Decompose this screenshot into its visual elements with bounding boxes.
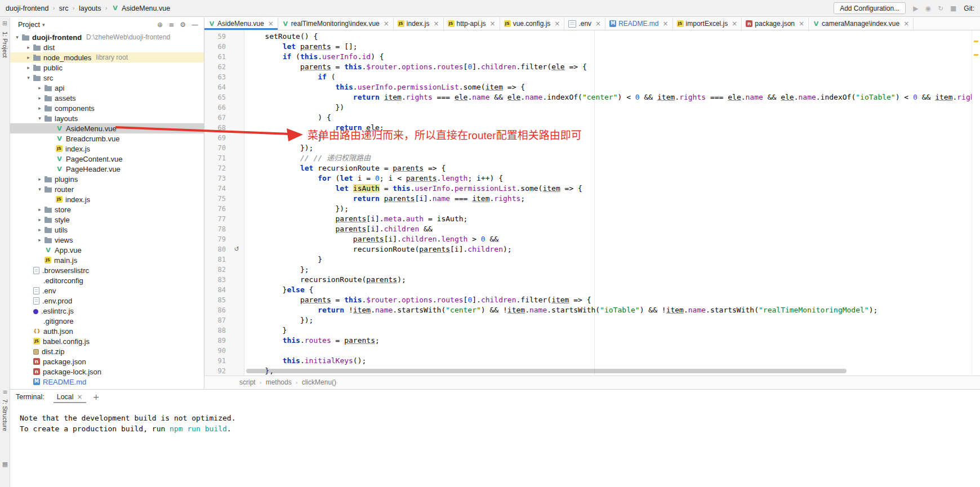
close-icon[interactable]: × bbox=[268, 20, 274, 27]
editor-tab[interactable]: JSindex.js× bbox=[394, 17, 444, 30]
chevron-icon[interactable]: ▸ bbox=[25, 65, 32, 70]
tree-item--env-prod[interactable]: .env.prod bbox=[10, 296, 204, 306]
chevron-icon[interactable]: ▸ bbox=[36, 217, 43, 222]
close-icon[interactable]: × bbox=[384, 20, 389, 27]
tree-item-main-js[interactable]: JSmain.js bbox=[10, 255, 204, 265]
editor-tab[interactable]: VcameraManage\index.vue× bbox=[809, 17, 914, 30]
stripe-project-button[interactable]: 1: Project bbox=[2, 32, 8, 57]
hide-icon[interactable]: — bbox=[191, 21, 198, 29]
chevron-icon[interactable]: ▸ bbox=[36, 105, 43, 111]
project-tree[interactable]: ▾duoji-frontendD:\zheheWeb\duoji-fronten… bbox=[10, 32, 204, 388]
editor-tab[interactable]: npackage.json× bbox=[742, 17, 809, 30]
chevron-icon[interactable]: ▸ bbox=[25, 55, 32, 60]
tree-item-auth-json[interactable]: {}auth.json bbox=[10, 326, 204, 336]
tree-item-duoji-frontend[interactable]: ▾duoji-frontendD:\zheheWeb\duoji-fronten… bbox=[10, 32, 204, 42]
editor-tab[interactable]: .env× bbox=[564, 17, 605, 30]
tree-item-pagecontent-vue[interactable]: VPageContent.vue bbox=[10, 154, 204, 164]
debug-icon[interactable]: ◉ bbox=[925, 5, 930, 12]
tree-item-assets[interactable]: ▸assets bbox=[10, 93, 204, 103]
project-panel-title[interactable]: Project bbox=[18, 21, 40, 29]
chevron-icon[interactable]: ▸ bbox=[36, 85, 43, 91]
breadcrumb-item[interactable]: src bbox=[58, 5, 70, 12]
new-terminal-button[interactable]: + bbox=[93, 392, 100, 401]
tree-item-layouts[interactable]: ▾layouts bbox=[10, 113, 204, 123]
close-icon[interactable]: × bbox=[663, 20, 669, 27]
tree-item-utils[interactable]: ▸utils bbox=[10, 225, 204, 235]
breadcrumb-item[interactable]: layouts bbox=[78, 5, 103, 12]
terminal-tab-local[interactable]: Local × bbox=[54, 391, 86, 403]
editor-tab[interactable]: MREADME.md× bbox=[605, 17, 672, 30]
tree-item-babel-config-js[interactable]: JSbabel.config.js bbox=[10, 336, 204, 346]
collapse-all-icon[interactable]: ≡ bbox=[168, 21, 174, 29]
tree-item-dist-zip[interactable]: dist.zip bbox=[10, 346, 204, 356]
horizontal-scrollbar[interactable] bbox=[246, 369, 847, 373]
git-label[interactable]: Git: bbox=[964, 5, 974, 12]
vertical-scrollbar[interactable] bbox=[972, 30, 980, 376]
tree-item-package-lock-json[interactable]: npackage-lock.json bbox=[10, 367, 204, 377]
close-icon[interactable]: × bbox=[490, 20, 496, 27]
tree-item-public[interactable]: ▸public bbox=[10, 62, 204, 73]
settings-icon[interactable]: ⚙ bbox=[180, 21, 186, 29]
tree-item-api[interactable]: ▸api bbox=[10, 83, 204, 93]
tree-item--eslintrc-js[interactable]: .eslintrc.js bbox=[10, 306, 204, 316]
chevron-icon[interactable]: ▸ bbox=[36, 227, 43, 233]
chevron-icon[interactable]: ▾ bbox=[36, 186, 43, 192]
window-icon[interactable]: ⊞ bbox=[2, 20, 7, 26]
tree-item-plugins[interactable]: ▸plugins bbox=[10, 174, 204, 184]
structure-icon[interactable]: ≡ bbox=[2, 389, 7, 395]
editor-breadcrumb-item[interactable]: methods bbox=[266, 378, 292, 386]
editor-tab[interactable]: JSimportExcel.js× bbox=[673, 17, 742, 30]
close-icon[interactable]: × bbox=[554, 20, 560, 27]
stop-icon[interactable]: ■ bbox=[950, 5, 956, 12]
close-icon[interactable]: × bbox=[595, 20, 601, 27]
tree-item-views[interactable]: ▸views bbox=[10, 235, 204, 245]
tree-item-package-json[interactable]: npackage.json bbox=[10, 356, 204, 367]
stripe-structure-button[interactable]: 7: Structure bbox=[2, 399, 8, 431]
chevron-icon[interactable]: ▸ bbox=[36, 207, 43, 212]
run-icon[interactable]: ▶ bbox=[913, 5, 918, 12]
tree-item-store[interactable]: ▸store bbox=[10, 204, 204, 215]
chevron-icon[interactable]: ▸ bbox=[36, 176, 43, 182]
add-configuration-button[interactable]: Add Configuration... bbox=[834, 2, 906, 14]
editor-tab[interactable]: JShttp-api.js× bbox=[444, 17, 500, 30]
editor-tab[interactable]: VrealTimeMonitoring\index.vue× bbox=[278, 17, 394, 30]
chevron-icon[interactable]: ▾ bbox=[25, 75, 32, 81]
tree-item--browserslistrc[interactable]: .browserslistrc bbox=[10, 265, 204, 275]
tree-item-src[interactable]: ▾src bbox=[10, 73, 204, 83]
editor-breadcrumb-item[interactable]: script bbox=[239, 378, 256, 386]
chevron-icon[interactable]: ▸ bbox=[36, 237, 43, 243]
close-icon[interactable]: × bbox=[434, 20, 439, 27]
tree-item--env[interactable]: .env bbox=[10, 285, 204, 296]
tree-item--gitignore[interactable]: .gitignore bbox=[10, 316, 204, 326]
breadcrumb-item[interactable]: VAsideMenu.vue bbox=[110, 5, 171, 12]
close-icon[interactable]: × bbox=[732, 20, 737, 27]
tree-item-components[interactable]: ▸components bbox=[10, 103, 204, 113]
tree-item-router[interactable]: ▾router bbox=[10, 184, 204, 194]
close-icon[interactable]: × bbox=[903, 20, 909, 27]
tree-item-dist[interactable]: ▸dist bbox=[10, 42, 204, 52]
locate-icon[interactable]: ⊕ bbox=[157, 21, 163, 29]
tree-item-index-js[interactable]: JSindex.js bbox=[10, 144, 204, 154]
chevron-icon[interactable]: ▸ bbox=[25, 44, 32, 50]
grid-icon[interactable]: ▦ bbox=[2, 461, 8, 467]
tree-item-node-modules[interactable]: ▸node_moduleslibrary root bbox=[10, 52, 204, 62]
tree-item-asidemenu-vue[interactable]: VAsideMenu.vue bbox=[10, 123, 204, 133]
rerun-icon[interactable]: ↻ bbox=[938, 5, 943, 12]
editor-breadcrumb-item[interactable]: clickMenu() bbox=[302, 378, 336, 386]
tree-item--editorconfig[interactable]: .editorconfig bbox=[10, 275, 204, 285]
tree-item-style[interactable]: ▸style bbox=[10, 215, 204, 225]
chevron-icon[interactable]: ▾ bbox=[36, 115, 43, 121]
code-area[interactable]: 59 setRoute() {60 let parents = [];61 if… bbox=[204, 30, 972, 376]
editor-tab[interactable]: VAsideMenu.vue× bbox=[204, 17, 278, 30]
tree-item-breadcrumb-vue[interactable]: VBreadcrumb.vue bbox=[10, 133, 204, 144]
chevron-icon[interactable]: ▾ bbox=[14, 34, 21, 40]
chevron-down-icon[interactable]: ▾ bbox=[42, 22, 45, 28]
close-icon[interactable]: × bbox=[77, 393, 83, 401]
editor-tab[interactable]: JSvue.config.js× bbox=[500, 17, 565, 30]
close-icon[interactable]: × bbox=[799, 20, 804, 27]
chevron-icon[interactable]: ▸ bbox=[36, 95, 43, 101]
breadcrumb-item[interactable]: duoji-frontend bbox=[5, 5, 50, 12]
tree-item-pageheader-vue[interactable]: VPageHeader.vue bbox=[10, 164, 204, 174]
terminal-output[interactable]: Note that the development build is not o… bbox=[10, 404, 980, 434]
tree-item-readme-md[interactable]: MREADME.md bbox=[10, 377, 204, 387]
